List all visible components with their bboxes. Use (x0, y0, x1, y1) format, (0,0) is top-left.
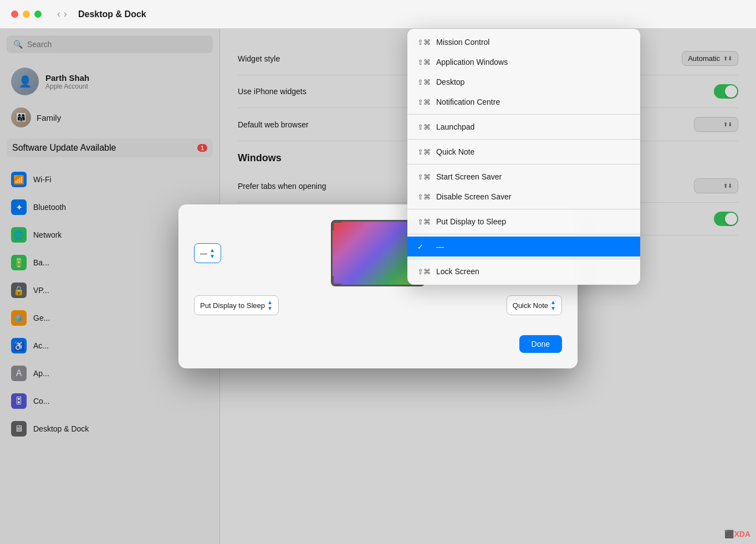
menu-item-label-put-display-sleep: Put Display to Sleep (436, 217, 630, 226)
bottom-right-value: Quick Note (513, 301, 548, 310)
menu-item-label-application-windows: Application Windows (436, 58, 630, 66)
shortcut-desktop-icon: ⇧⌘ (417, 78, 431, 86)
maximize-button[interactable] (34, 11, 42, 18)
menu-item-label-dash: — (436, 242, 630, 251)
menu-item-launchpad[interactable]: ⇧⌘ Launchpad (407, 117, 640, 137)
menu-item-label-lock-screen: Lock Screen (436, 267, 630, 276)
shortcut-pds-icon: ⇧⌘ (417, 218, 431, 226)
menu-item-label-start-screen-saver: Start Screen Saver (436, 172, 630, 181)
menu-item-desktop[interactable]: ⇧⌘ Desktop (407, 72, 640, 92)
checkmark-icon: ✓ (417, 243, 426, 251)
window-title: Desktop & Dock (78, 9, 146, 19)
menu-item-label-desktop: Desktop (436, 78, 630, 86)
menu-item-application-windows[interactable]: ⇧⌘ Application Windows (407, 52, 640, 72)
shortcut-ls-icon: ⇧⌘ (417, 268, 431, 276)
divider-4 (407, 209, 640, 209)
shortcut-qn-icon: ⇧⌘ (417, 148, 431, 156)
menu-item-put-display-sleep[interactable]: ⇧⌘ Put Display to Sleep (407, 212, 640, 232)
nav-buttons: ‹ › (57, 8, 67, 20)
menu-item-dash-selected[interactable]: ✓ — (407, 237, 640, 256)
bottom-left-value: Put Display to Sleep (200, 301, 265, 310)
close-button[interactable] (11, 11, 18, 18)
done-button[interactable]: Done (519, 335, 562, 353)
menu-item-label-notification-centre: Notification Centre (436, 97, 630, 106)
modal-bottom-row: Done (194, 329, 562, 353)
shortcut-sss-icon: ⇧⌘ (417, 173, 431, 181)
bottom-left-corner-select[interactable]: Put Display to Sleep ▲▼ (194, 295, 279, 315)
top-left-cell: — ▲▼ (194, 243, 326, 263)
divider-1 (407, 114, 640, 115)
divider-5 (407, 234, 640, 234)
menu-item-lock-screen[interactable]: ⇧⌘ Lock Screen (407, 261, 640, 281)
shortcut-dss-icon: ⇧⌘ (417, 193, 431, 201)
bottom-left-cell: Put Display to Sleep ▲▼ (194, 295, 326, 315)
divider-2 (407, 139, 640, 140)
bottom-left-arrows-icon: ▲▼ (267, 299, 273, 311)
xda-watermark: ⬛XDA (724, 530, 750, 538)
corner-tl-indicator (333, 222, 341, 230)
shortcut-lp-icon: ⇧⌘ (417, 123, 431, 131)
menu-item-disable-screen-saver[interactable]: ⇧⌘ Disable Screen Saver (407, 187, 640, 207)
shortcut-mc-icon: ⇧⌘ (417, 38, 431, 47)
bottom-right-corner-select[interactable]: Quick Note ▲▼ (507, 295, 562, 315)
menu-item-label-quick-note: Quick Note (436, 147, 630, 156)
menu-item-label-disable-screen-saver: Disable Screen Saver (436, 192, 630, 201)
menu-item-label-mission-control: Mission Control (436, 38, 630, 47)
shortcut-nc-icon: ⇧⌘ (417, 98, 431, 106)
back-arrow-icon[interactable]: ‹ (57, 8, 60, 20)
bottom-right-arrows-icon: ▲▼ (550, 299, 556, 311)
divider-3 (407, 164, 640, 165)
corner-bl-indicator (333, 276, 341, 285)
top-left-value: — (200, 249, 207, 258)
forward-arrow-icon[interactable]: › (64, 8, 67, 20)
menu-item-start-screen-saver[interactable]: ⇧⌘ Start Screen Saver (407, 167, 640, 187)
menu-item-label-launchpad: Launchpad (436, 122, 630, 131)
menu-item-notification-centre[interactable]: ⇧⌘ Notification Centre (407, 92, 640, 112)
top-left-corner-select[interactable]: — ▲▼ (194, 243, 221, 263)
divider-6 (407, 259, 640, 259)
menu-item-mission-control[interactable]: ⇧⌘ Mission Control (407, 32, 640, 52)
minimize-button[interactable] (23, 11, 30, 18)
menu-item-quick-note[interactable]: ⇧⌘ Quick Note (407, 142, 640, 162)
modal-overlay: — ▲▼ — ▲▼ (0, 29, 756, 544)
top-left-arrows-icon: ▲▼ (210, 247, 215, 259)
dropdown-menu: ⇧⌘ Mission Control ⇧⌘ Application Window… (407, 29, 640, 285)
bottom-right-cell: Quick Note ▲▼ (430, 295, 562, 315)
shortcut-aw-icon: ⇧⌘ (417, 58, 431, 66)
title-bar: ‹ › Desktop & Dock (0, 0, 756, 29)
